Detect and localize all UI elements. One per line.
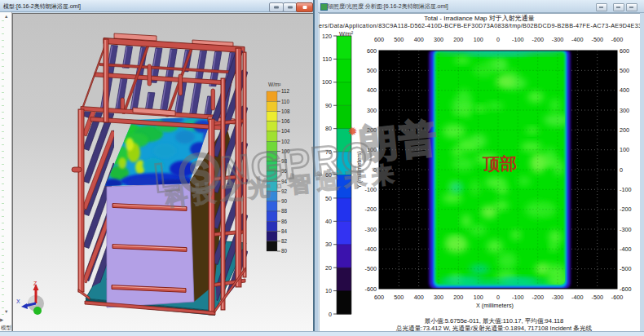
svg-text:-300: -300 <box>365 226 377 233</box>
svg-text:10: 10 <box>325 287 332 294</box>
svg-text:86: 86 <box>281 219 288 224</box>
svg-text:-100: -100 <box>620 186 631 193</box>
svg-text:-100: -100 <box>512 294 523 301</box>
svg-text:-500: -500 <box>365 265 377 272</box>
svg-text:100: 100 <box>474 36 483 43</box>
svg-text:X (millimeters): X (millimeters) <box>476 302 514 309</box>
svg-text:0: 0 <box>620 166 623 174</box>
svg-text:最小值:5.6755e-011, 最大值:110.17, 平: 最小值:5.6755e-011, 最大值:110.17, 平均值:94.118 <box>425 317 564 325</box>
svg-text:-600: -600 <box>611 36 623 43</box>
svg-text:110: 110 <box>281 99 290 104</box>
svg-text:W/m²: W/m² <box>268 82 281 87</box>
svg-text:300: 300 <box>434 294 443 301</box>
svg-text:50: 50 <box>325 195 332 202</box>
svg-text:100: 100 <box>281 148 290 154</box>
svg-text:200: 200 <box>453 36 463 43</box>
svg-text:600: 600 <box>367 47 377 55</box>
svg-text:30: 30 <box>325 241 332 248</box>
svg-text:400: 400 <box>367 86 377 94</box>
svg-text:200: 200 <box>367 126 377 134</box>
svg-text:-100: -100 <box>365 186 377 193</box>
svg-text:100: 100 <box>322 78 332 86</box>
svg-text:106: 106 <box>281 118 290 124</box>
svg-text:-200: -200 <box>532 36 544 43</box>
svg-text:Z: Z <box>33 281 37 286</box>
svg-text:120: 120 <box>322 33 332 40</box>
svg-text:94: 94 <box>281 179 288 184</box>
svg-text:400: 400 <box>414 36 424 43</box>
svg-text:400: 400 <box>620 86 629 94</box>
svg-text:600: 600 <box>620 47 629 55</box>
svg-text:-400: -400 <box>620 245 631 253</box>
svg-text:112: 112 <box>281 88 290 94</box>
svg-text:90: 90 <box>325 102 332 109</box>
svg-text:-600: -600 <box>620 285 631 293</box>
svg-text:-200: -200 <box>620 206 631 213</box>
svg-text:300: 300 <box>620 107 629 114</box>
svg-text:92: 92 <box>281 188 288 194</box>
svg-text:100: 100 <box>367 146 377 153</box>
svg-text:88: 88 <box>281 208 288 214</box>
svg-text:70: 70 <box>325 148 332 156</box>
svg-text:-300: -300 <box>552 36 563 43</box>
svg-text:-200: -200 <box>532 294 544 301</box>
svg-text:200: 200 <box>620 126 629 134</box>
svg-text:80: 80 <box>281 248 288 254</box>
svg-text:82: 82 <box>281 238 288 244</box>
svg-text:90: 90 <box>281 198 288 204</box>
svg-text:-400: -400 <box>571 36 583 43</box>
svg-text:20: 20 <box>325 264 332 272</box>
svg-text:-300: -300 <box>552 294 563 301</box>
svg-text:300: 300 <box>367 107 377 114</box>
svg-text:0: 0 <box>373 166 377 174</box>
svg-text:-300: -300 <box>620 226 631 233</box>
svg-text:-600: -600 <box>365 285 377 293</box>
svg-text:600: 600 <box>374 36 384 43</box>
svg-text:60: 60 <box>325 171 332 179</box>
svg-text:-500: -500 <box>592 294 603 301</box>
svg-text:-500: -500 <box>592 36 603 43</box>
svg-text:-500: -500 <box>620 265 631 272</box>
svg-text:100: 100 <box>474 294 483 301</box>
svg-text:110: 110 <box>323 55 332 63</box>
svg-text:102: 102 <box>281 139 290 144</box>
svg-text:-600: -600 <box>611 294 623 301</box>
svg-text:Total - Irradiance Map 对于入射光通量: Total - Irradiance Map 对于入射光通量 <box>424 14 535 22</box>
svg-text:顶部: 顶部 <box>482 154 517 173</box>
svg-text:Y (millimeters): Y (millimeters) <box>355 151 363 188</box>
svg-text:500: 500 <box>394 294 404 301</box>
svg-text:500: 500 <box>620 67 629 74</box>
svg-text:0: 0 <box>496 294 500 301</box>
svg-text:500: 500 <box>367 67 377 74</box>
svg-text:40: 40 <box>325 218 332 225</box>
svg-text:96: 96 <box>281 168 288 174</box>
svg-text:-100: -100 <box>512 36 523 43</box>
svg-text:500: 500 <box>394 36 404 43</box>
svg-text:ers/Data/Application/83C9A118-: ers/Data/Application/83C9A118-D562-410D-… <box>319 22 642 29</box>
svg-text:-200: -200 <box>365 206 377 213</box>
svg-text:84: 84 <box>281 228 288 234</box>
svg-text:X: X <box>16 298 20 304</box>
svg-text:80: 80 <box>325 125 332 132</box>
svg-text:0: 0 <box>496 36 500 43</box>
svg-text:400: 400 <box>414 294 424 301</box>
svg-text:300: 300 <box>434 36 443 43</box>
svg-text:200: 200 <box>453 294 463 301</box>
svg-text:108: 108 <box>281 108 290 114</box>
svg-text:-400: -400 <box>365 245 377 253</box>
svg-text:-400: -400 <box>571 294 583 301</box>
svg-text:104: 104 <box>281 128 290 134</box>
svg-text:98: 98 <box>281 158 288 164</box>
svg-text:0: 0 <box>329 311 332 318</box>
svg-text:100: 100 <box>620 146 629 153</box>
svg-text:600: 600 <box>374 294 384 301</box>
